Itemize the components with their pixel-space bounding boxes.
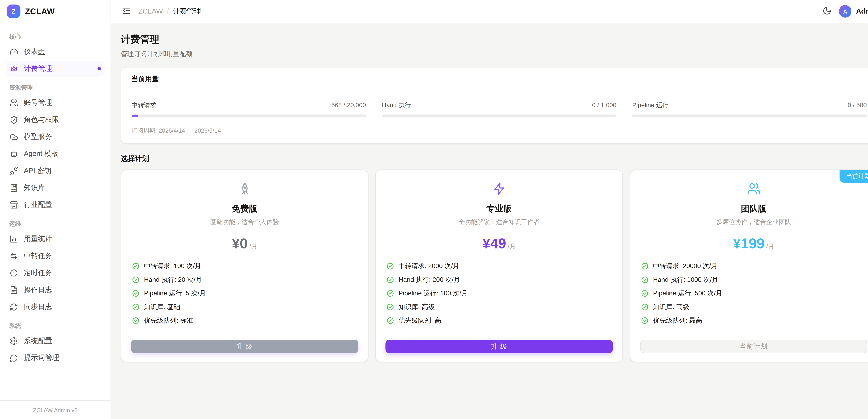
sidebar-item[interactable]: 模型服务 xyxy=(6,129,105,145)
sidebar-item-label: 定时任务 xyxy=(24,268,52,278)
team-users-icon xyxy=(747,182,761,196)
plan-price: ¥49/月 xyxy=(385,235,613,252)
brand-logo-letter: Z xyxy=(12,8,16,15)
breadcrumb: ZCLAW / 计费管理 xyxy=(138,7,201,16)
plan-price: ¥0/月 xyxy=(131,235,358,252)
sidebar-nav: 核心仪表盘计费管理资源管理账号管理角色与权限模型服务Agent 模板API 密钥… xyxy=(0,23,111,369)
plan-feature-text: Hand 执行: 20 次/月 xyxy=(144,276,202,284)
theme-toggle-button[interactable] xyxy=(823,6,832,17)
brand-name: ZCLAW xyxy=(25,7,55,16)
bar-chart-icon xyxy=(10,234,18,243)
plan-divider xyxy=(131,333,358,333)
plan-price-period: /月 xyxy=(249,242,257,250)
check-circle-icon xyxy=(132,317,140,324)
plan-feature-text: 中转请求: 20000 次/月 xyxy=(653,262,717,271)
sidebar-item-label: 操作日志 xyxy=(24,285,52,295)
user-menu[interactable]: A Admin xyxy=(839,5,868,18)
page-title: 计费管理 xyxy=(121,33,868,46)
progress-bar-fill xyxy=(132,115,138,117)
plan-name: 免费版 xyxy=(131,204,358,214)
sidebar-item[interactable]: API 密钥 xyxy=(6,163,105,179)
content: 计费管理 管理订阅计划和用量配额 当前用量 中转请求568 / 20,000Ha… xyxy=(111,23,868,371)
upgrade-button[interactable]: 升 级 xyxy=(385,340,613,353)
breadcrumb-root-link[interactable]: ZCLAW xyxy=(138,7,163,15)
check-circle-icon xyxy=(641,290,648,297)
sidebar-item[interactable]: 提示词管理 xyxy=(6,350,105,366)
check-circle-icon xyxy=(641,276,648,283)
plan-card: 免费版基础功能，适合个人体验¥0/月中转请求: 100 次/月Hand 执行: … xyxy=(121,170,369,362)
brand-logo: Z xyxy=(7,4,20,18)
nav-section-label: 运维 xyxy=(9,220,101,228)
sidebar-item[interactable]: 知识库 xyxy=(6,180,105,196)
plug-icon xyxy=(10,166,18,175)
plan-card: 专业版全功能解锁，适合知识工作者¥49/月中转请求: 2000 次/月Hand … xyxy=(375,170,623,362)
sidebar-item[interactable]: 同步日志 xyxy=(6,299,105,315)
user-name: Admin xyxy=(856,7,868,15)
check-circle-icon xyxy=(132,263,140,270)
app-root: Z ZCLAW 核心仪表盘计费管理资源管理账号管理角色与权限模型服务Agent … xyxy=(0,0,868,419)
sidebar-item[interactable]: 系统配置 xyxy=(6,333,105,349)
sidebar: Z ZCLAW 核心仪表盘计费管理资源管理账号管理角色与权限模型服务Agent … xyxy=(0,0,111,419)
plan-feature: 知识库: 高级 xyxy=(386,303,612,311)
plan-cards: 免费版基础功能，适合个人体验¥0/月中转请求: 100 次/月Hand 执行: … xyxy=(121,170,868,371)
plan-divider xyxy=(640,333,867,333)
usage-meter: 中转请求568 / 20,000 xyxy=(132,101,366,117)
sidebar-item-label: 知识库 xyxy=(24,183,45,192)
avatar-initial: A xyxy=(843,8,847,14)
check-circle-icon xyxy=(386,263,394,270)
current-usage-card: 当前用量 中转请求568 / 20,000Hand 执行0 / 1,000Pip… xyxy=(121,67,868,144)
check-circle-icon xyxy=(641,317,648,324)
sidebar-item-label: 提示词管理 xyxy=(24,353,59,363)
plan-feature-text: Pipeline 运行: 5 次/月 xyxy=(144,289,206,298)
usage-card-title: 当前用量 xyxy=(121,67,868,91)
sidebar-item[interactable]: 账号管理 xyxy=(6,95,105,111)
plan-feature: 中转请求: 20000 次/月 xyxy=(641,262,866,271)
check-circle-icon xyxy=(386,303,394,311)
sidebar-collapse-button[interactable] xyxy=(122,6,131,17)
sidebar-item[interactable]: 中转任务 xyxy=(6,248,105,264)
check-circle-icon xyxy=(386,276,394,283)
nav-section-label: 核心 xyxy=(9,33,101,41)
usage-meter-label: Hand 执行 xyxy=(382,101,411,110)
check-circle-icon xyxy=(386,290,394,297)
plan-feature: Pipeline 运行: 100 次/月 xyxy=(386,289,612,298)
sidebar-item[interactable]: 用量统计 xyxy=(6,231,105,246)
sidebar-item[interactable]: 仪表盘 xyxy=(6,43,105,59)
subscription-period: 订阅周期: 2026/4/14 — 2026/5/14 xyxy=(132,127,867,135)
sidebar-item[interactable]: 定时任务 xyxy=(6,265,105,280)
check-circle-icon xyxy=(132,303,140,311)
usage-card-body: 中转请求568 / 20,000Hand 执行0 / 1,000Pipeline… xyxy=(121,91,868,143)
sidebar-item-label: 同步日志 xyxy=(24,302,52,312)
sidebar-item-label: 行业配置 xyxy=(24,200,52,210)
plan-name: 专业版 xyxy=(385,204,613,214)
plans-section-title: 选择计划 xyxy=(121,154,868,164)
check-circle-icon xyxy=(641,263,648,270)
sidebar-item[interactable]: 操作日志 xyxy=(6,282,105,298)
check-circle-icon xyxy=(641,303,648,311)
usage-meter-value: 0 / 500 xyxy=(848,101,867,108)
sidebar-item[interactable]: 行业配置 xyxy=(6,197,105,213)
current-plan-button[interactable]: 当前计划 xyxy=(640,340,867,353)
progress-bar-track xyxy=(382,115,616,117)
bot-icon xyxy=(10,149,18,158)
plan-feature: Pipeline 运行: 500 次/月 xyxy=(641,289,866,298)
rocket-icon xyxy=(238,182,251,196)
plan-feature: 中转请求: 100 次/月 xyxy=(132,262,357,271)
plan-tagline: 基础功能，适合个人体验 xyxy=(131,218,358,226)
plan-card: 当前计划团队版多席位协作，适合企业团队¥199/月中转请求: 20000 次/月… xyxy=(630,170,868,362)
plan-feature: Hand 执行: 200 次/月 xyxy=(386,276,612,284)
sidebar-item[interactable]: 角色与权限 xyxy=(6,112,105,127)
sidebar-item-label: 计费管理 xyxy=(24,64,52,73)
moon-icon xyxy=(823,6,832,17)
nav-section-label: 系统 xyxy=(9,322,101,330)
sidebar-item-label: Agent 模板 xyxy=(24,149,59,158)
usage-meter: Hand 执行0 / 1,000 xyxy=(382,101,616,117)
sidebar-item-label: 账号管理 xyxy=(24,98,52,108)
upgrade-button[interactable]: 升 级 xyxy=(131,340,358,353)
shield-check-icon xyxy=(10,115,18,124)
sidebar-item[interactable]: 计费管理 xyxy=(6,61,105,77)
sidebar-item[interactable]: Agent 模板 xyxy=(6,146,105,161)
plan-feature: Hand 执行: 1000 次/月 xyxy=(641,276,866,284)
topbar-right: A Admin xyxy=(823,5,868,18)
plan-tagline: 全功能解锁，适合知识工作者 xyxy=(385,218,613,226)
